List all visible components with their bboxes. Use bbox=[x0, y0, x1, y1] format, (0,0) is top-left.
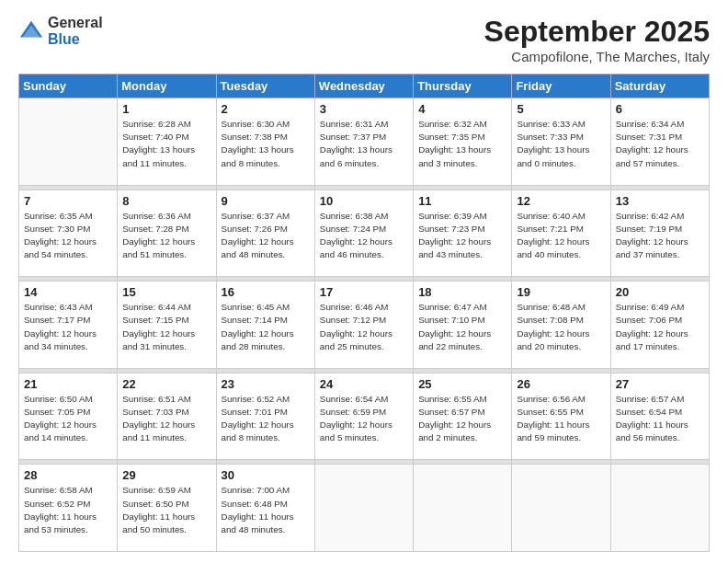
day-info: Sunrise: 6:56 AMSunset: 6:55 PMDaylight:… bbox=[517, 393, 605, 445]
day-info: Sunrise: 6:57 AMSunset: 6:54 PMDaylight:… bbox=[616, 393, 704, 445]
calendar-subtitle: Campofilone, The Marches, Italy bbox=[484, 49, 710, 64]
calendar-cell: 29Sunrise: 6:59 AMSunset: 6:50 PMDayligh… bbox=[118, 465, 216, 552]
day-number: 10 bbox=[320, 194, 408, 208]
calendar-cell: 11Sunrise: 6:39 AMSunset: 7:23 PMDayligh… bbox=[414, 190, 512, 277]
calendar-cell: 9Sunrise: 6:37 AMSunset: 7:26 PMDaylight… bbox=[216, 190, 314, 277]
day-number: 24 bbox=[320, 377, 408, 391]
calendar-cell: 4Sunrise: 6:32 AMSunset: 7:35 PMDaylight… bbox=[414, 98, 512, 186]
day-info: Sunrise: 6:43 AMSunset: 7:17 PMDaylight:… bbox=[24, 301, 112, 353]
day-info: Sunrise: 6:46 AMSunset: 7:12 PMDaylight:… bbox=[320, 301, 408, 353]
header-thursday: Thursday bbox=[414, 75, 512, 98]
day-info: Sunrise: 6:51 AMSunset: 7:03 PMDaylight:… bbox=[122, 393, 210, 445]
day-number: 27 bbox=[616, 377, 704, 391]
day-number: 7 bbox=[24, 194, 112, 208]
day-number: 12 bbox=[517, 194, 605, 208]
header-saturday: Saturday bbox=[610, 75, 709, 98]
calendar-cell bbox=[314, 465, 413, 552]
header-monday: Monday bbox=[118, 75, 216, 98]
calendar-cell: 12Sunrise: 6:40 AMSunset: 7:21 PMDayligh… bbox=[512, 190, 610, 277]
calendar-cell: 15Sunrise: 6:44 AMSunset: 7:15 PMDayligh… bbox=[118, 282, 216, 369]
calendar-cell: 1Sunrise: 6:28 AMSunset: 7:40 PMDaylight… bbox=[118, 98, 216, 186]
calendar-cell: 22Sunrise: 6:51 AMSunset: 7:03 PMDayligh… bbox=[118, 373, 216, 460]
calendar-cell: 2Sunrise: 6:30 AMSunset: 7:38 PMDaylight… bbox=[216, 98, 314, 186]
day-number: 19 bbox=[517, 285, 605, 299]
day-number: 17 bbox=[320, 285, 408, 299]
day-number: 21 bbox=[24, 377, 112, 391]
day-number: 14 bbox=[24, 285, 112, 299]
day-info: Sunrise: 6:58 AMSunset: 6:52 PMDaylight:… bbox=[24, 484, 112, 536]
day-info: Sunrise: 7:00 AMSunset: 6:48 PMDaylight:… bbox=[222, 484, 310, 536]
calendar-cell: 8Sunrise: 6:36 AMSunset: 7:28 PMDaylight… bbox=[118, 190, 216, 277]
day-info: Sunrise: 6:47 AMSunset: 7:10 PMDaylight:… bbox=[418, 301, 506, 353]
day-number: 23 bbox=[222, 377, 310, 391]
day-info: Sunrise: 6:36 AMSunset: 7:28 PMDaylight:… bbox=[122, 210, 210, 262]
calendar-cell: 19Sunrise: 6:48 AMSunset: 7:08 PMDayligh… bbox=[512, 282, 610, 369]
logo-general-text: General bbox=[48, 15, 103, 31]
day-info: Sunrise: 6:49 AMSunset: 7:06 PMDaylight:… bbox=[616, 301, 704, 353]
day-info: Sunrise: 6:28 AMSunset: 7:40 PMDaylight:… bbox=[122, 118, 210, 170]
calendar-row: 14Sunrise: 6:43 AMSunset: 7:17 PMDayligh… bbox=[19, 282, 710, 369]
day-number: 11 bbox=[418, 194, 506, 208]
day-info: Sunrise: 6:30 AMSunset: 7:38 PMDaylight:… bbox=[222, 118, 310, 170]
header: General Blue September 2025 Campofilone,… bbox=[18, 15, 710, 64]
header-friday: Friday bbox=[512, 75, 610, 98]
header-tuesday: Tuesday bbox=[216, 75, 314, 98]
calendar-cell: 14Sunrise: 6:43 AMSunset: 7:17 PMDayligh… bbox=[19, 282, 118, 369]
calendar-cell: 3Sunrise: 6:31 AMSunset: 7:37 PMDaylight… bbox=[314, 98, 413, 186]
day-info: Sunrise: 6:35 AMSunset: 7:30 PMDaylight:… bbox=[24, 210, 112, 262]
calendar-cell: 10Sunrise: 6:38 AMSunset: 7:24 PMDayligh… bbox=[314, 190, 413, 277]
calendar-cell: 6Sunrise: 6:34 AMSunset: 7:31 PMDaylight… bbox=[610, 98, 709, 186]
header-sunday: Sunday bbox=[19, 75, 118, 98]
calendar-cell: 5Sunrise: 6:33 AMSunset: 7:33 PMDaylight… bbox=[512, 98, 610, 186]
calendar-header-row: Sunday Monday Tuesday Wednesday Thursday… bbox=[19, 75, 710, 98]
day-number: 16 bbox=[222, 285, 310, 299]
day-number: 2 bbox=[222, 102, 310, 116]
calendar-row: 21Sunrise: 6:50 AMSunset: 7:05 PMDayligh… bbox=[19, 373, 710, 460]
day-info: Sunrise: 6:44 AMSunset: 7:15 PMDaylight:… bbox=[122, 301, 210, 353]
day-info: Sunrise: 6:37 AMSunset: 7:26 PMDaylight:… bbox=[222, 210, 310, 262]
day-info: Sunrise: 6:48 AMSunset: 7:08 PMDaylight:… bbox=[517, 301, 605, 353]
day-info: Sunrise: 6:34 AMSunset: 7:31 PMDaylight:… bbox=[616, 118, 704, 170]
day-info: Sunrise: 6:38 AMSunset: 7:24 PMDaylight:… bbox=[320, 210, 408, 262]
day-number: 22 bbox=[122, 377, 210, 391]
calendar-cell: 21Sunrise: 6:50 AMSunset: 7:05 PMDayligh… bbox=[19, 373, 118, 460]
day-info: Sunrise: 6:32 AMSunset: 7:35 PMDaylight:… bbox=[418, 118, 506, 170]
calendar-cell: 17Sunrise: 6:46 AMSunset: 7:12 PMDayligh… bbox=[314, 282, 413, 369]
calendar-cell bbox=[19, 98, 118, 186]
day-info: Sunrise: 6:40 AMSunset: 7:21 PMDaylight:… bbox=[517, 210, 605, 262]
calendar-title: September 2025 bbox=[484, 15, 710, 49]
day-info: Sunrise: 6:59 AMSunset: 6:50 PMDaylight:… bbox=[122, 484, 210, 536]
calendar-cell bbox=[414, 465, 512, 552]
calendar-cell: 23Sunrise: 6:52 AMSunset: 7:01 PMDayligh… bbox=[216, 373, 314, 460]
day-number: 20 bbox=[616, 285, 704, 299]
calendar-cell bbox=[610, 465, 709, 552]
day-number: 25 bbox=[418, 377, 506, 391]
day-number: 15 bbox=[122, 285, 210, 299]
calendar-table: Sunday Monday Tuesday Wednesday Thursday… bbox=[18, 74, 710, 552]
day-info: Sunrise: 6:54 AMSunset: 6:59 PMDaylight:… bbox=[320, 393, 408, 445]
calendar-row: 7Sunrise: 6:35 AMSunset: 7:30 PMDaylight… bbox=[19, 190, 710, 277]
calendar-cell: 27Sunrise: 6:57 AMSunset: 6:54 PMDayligh… bbox=[610, 373, 709, 460]
day-number: 4 bbox=[418, 102, 506, 116]
day-number: 9 bbox=[222, 194, 310, 208]
calendar-cell: 13Sunrise: 6:42 AMSunset: 7:19 PMDayligh… bbox=[610, 190, 709, 277]
calendar-cell: 30Sunrise: 7:00 AMSunset: 6:48 PMDayligh… bbox=[216, 465, 314, 552]
day-number: 1 bbox=[122, 102, 210, 116]
calendar-cell: 28Sunrise: 6:58 AMSunset: 6:52 PMDayligh… bbox=[19, 465, 118, 552]
day-number: 26 bbox=[517, 377, 605, 391]
day-number: 18 bbox=[418, 285, 506, 299]
calendar-row: 28Sunrise: 6:58 AMSunset: 6:52 PMDayligh… bbox=[19, 465, 710, 552]
logo-icon bbox=[18, 18, 44, 44]
day-number: 13 bbox=[616, 194, 704, 208]
day-number: 3 bbox=[320, 102, 408, 116]
day-info: Sunrise: 6:39 AMSunset: 7:23 PMDaylight:… bbox=[418, 210, 506, 262]
calendar-cell: 25Sunrise: 6:55 AMSunset: 6:57 PMDayligh… bbox=[414, 373, 512, 460]
day-number: 5 bbox=[517, 102, 605, 116]
calendar-row: 1Sunrise: 6:28 AMSunset: 7:40 PMDaylight… bbox=[19, 98, 710, 186]
calendar-cell: 16Sunrise: 6:45 AMSunset: 7:14 PMDayligh… bbox=[216, 282, 314, 369]
page: General Blue September 2025 Campofilone,… bbox=[0, 0, 728, 563]
day-info: Sunrise: 6:33 AMSunset: 7:33 PMDaylight:… bbox=[517, 118, 605, 170]
day-number: 6 bbox=[616, 102, 704, 116]
title-block: September 2025 Campofilone, The Marches,… bbox=[484, 15, 710, 64]
calendar-cell: 18Sunrise: 6:47 AMSunset: 7:10 PMDayligh… bbox=[414, 282, 512, 369]
